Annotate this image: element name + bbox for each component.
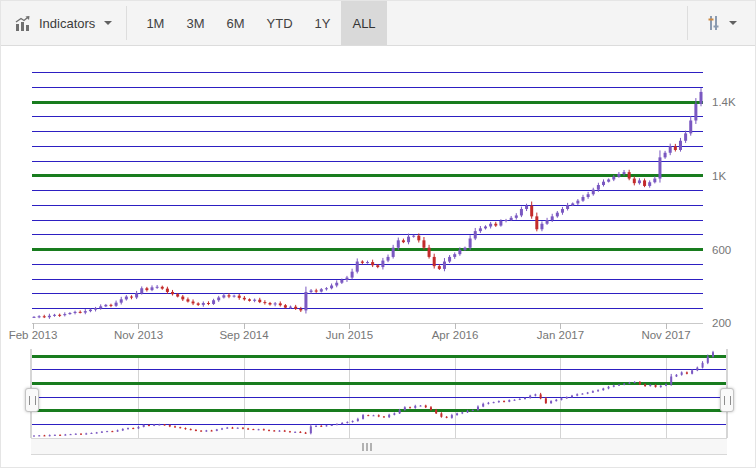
indicators-button[interactable]: Indicators xyxy=(1,1,126,45)
candle xyxy=(195,430,197,431)
candle xyxy=(366,262,369,263)
candle xyxy=(247,429,249,430)
candle xyxy=(649,385,651,386)
candle xyxy=(361,262,364,263)
candle xyxy=(330,286,333,289)
candle xyxy=(469,238,472,247)
candle xyxy=(617,174,620,177)
candle xyxy=(524,398,526,399)
candle xyxy=(205,430,207,431)
candle xyxy=(448,257,451,262)
candle xyxy=(397,240,400,247)
chart-toolbar: Indicators 1M3M6MYTD1YALL xyxy=(1,1,755,46)
candle xyxy=(106,431,108,432)
candle xyxy=(279,303,282,305)
candle xyxy=(164,424,166,425)
candle xyxy=(346,422,348,423)
candle xyxy=(258,429,260,430)
candle xyxy=(535,216,538,229)
candle xyxy=(153,425,155,426)
candle xyxy=(608,387,610,389)
candle xyxy=(304,292,307,310)
x-axis-label: Nov 2017 xyxy=(641,329,690,341)
candle xyxy=(64,435,66,436)
candle xyxy=(38,435,40,436)
candle xyxy=(376,265,379,267)
candle xyxy=(451,415,453,418)
y-axis-label: 1.4K xyxy=(712,96,736,108)
candle xyxy=(592,391,594,392)
range-button-ytd[interactable]: YTD xyxy=(256,1,304,45)
candle xyxy=(458,250,461,254)
candle xyxy=(383,416,385,417)
candle xyxy=(393,413,395,414)
x-axis: Feb 2013Nov 2013Sep 2014Jun 2015Apr 2016… xyxy=(9,323,691,341)
candle xyxy=(435,410,437,413)
candle xyxy=(335,283,338,286)
chart-settings-button[interactable] xyxy=(688,1,755,45)
candle xyxy=(587,194,590,197)
candle xyxy=(161,287,164,289)
candle xyxy=(169,425,171,426)
chevron-down-icon xyxy=(104,21,112,25)
chart-scrollbar[interactable] xyxy=(31,438,727,455)
candle xyxy=(320,426,322,427)
range-button-all[interactable]: ALL xyxy=(341,1,386,45)
range-selector-buttons: 1M3M6MYTD1YALL xyxy=(135,1,386,45)
navigator-left-handle[interactable] xyxy=(25,388,39,412)
candle xyxy=(456,413,458,415)
candle xyxy=(566,397,568,398)
candle xyxy=(80,434,82,435)
candle xyxy=(331,425,333,426)
range-button-3m[interactable]: 3M xyxy=(175,1,215,45)
candle xyxy=(684,133,687,140)
candle xyxy=(514,400,516,401)
bar-chart-trend-icon xyxy=(15,16,32,31)
candle xyxy=(89,310,92,311)
candle xyxy=(151,287,154,290)
candle xyxy=(120,299,123,302)
candle xyxy=(320,289,323,291)
y-axis-label: 600 xyxy=(712,244,731,256)
candle xyxy=(623,172,626,174)
candle xyxy=(453,254,456,257)
candle xyxy=(352,421,354,422)
sliders-icon xyxy=(706,15,721,31)
candle xyxy=(638,180,641,183)
candle xyxy=(658,157,661,178)
candle xyxy=(63,314,66,315)
x-axis-label: Sep 2014 xyxy=(219,329,269,341)
range-button-6m[interactable]: 6M xyxy=(216,1,256,45)
candle xyxy=(555,400,557,401)
scrollbar-grip[interactable] xyxy=(362,443,372,451)
candle xyxy=(226,428,228,429)
candle xyxy=(633,179,636,184)
toolbar-separator xyxy=(126,6,127,40)
candle xyxy=(561,398,563,399)
candle xyxy=(325,288,328,289)
navigator-right-handle[interactable] xyxy=(720,388,734,412)
candle xyxy=(207,303,210,304)
candle xyxy=(186,299,189,301)
candle xyxy=(54,435,56,436)
candle xyxy=(660,386,662,387)
candle xyxy=(43,316,46,317)
candle xyxy=(422,240,425,247)
candle xyxy=(143,425,145,427)
candle xyxy=(472,410,474,411)
candle xyxy=(117,430,119,431)
candle xyxy=(503,401,505,402)
candle xyxy=(634,382,636,383)
toolbar-right-group xyxy=(687,1,755,45)
candle xyxy=(74,312,77,313)
indicators-label: Indicators xyxy=(39,16,95,31)
main-price-chart[interactable]: Feb 2013Nov 2013Sep 2014Jun 2015Apr 2016… xyxy=(1,47,756,347)
candle xyxy=(545,398,547,403)
candle xyxy=(484,227,487,229)
range-button-1y[interactable]: 1Y xyxy=(304,1,342,45)
candle xyxy=(38,316,41,317)
candle xyxy=(691,370,693,373)
candle xyxy=(115,303,118,306)
candle xyxy=(145,288,148,290)
range-button-1m[interactable]: 1M xyxy=(135,1,175,45)
